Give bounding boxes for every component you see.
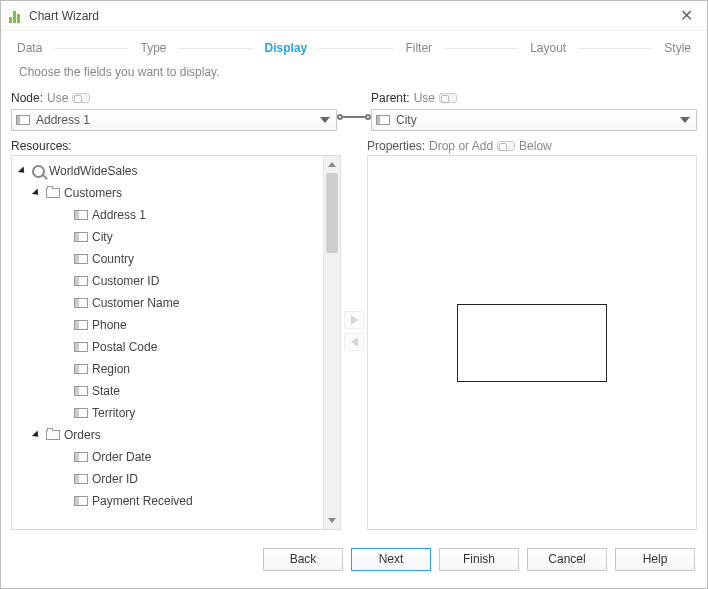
- tree-group[interactable]: Orders: [12, 424, 323, 446]
- tree-group[interactable]: Customers: [12, 182, 323, 204]
- dialog-title: Chart Wizard: [29, 9, 99, 23]
- tree-field[interactable]: Payment Received: [12, 490, 323, 512]
- drop-slot[interactable]: [457, 304, 607, 382]
- tree-field[interactable]: State: [12, 380, 323, 402]
- field-icon: [74, 232, 88, 242]
- tree-item-label: Order Date: [92, 450, 151, 464]
- scroll-down-icon[interactable]: [324, 512, 340, 529]
- field-icon: [74, 276, 88, 286]
- tree-item-label: Postal Code: [92, 340, 157, 354]
- tree-item-label: Country: [92, 252, 134, 266]
- scrollbar[interactable]: [323, 156, 340, 529]
- tree-item-label: Payment Received: [92, 494, 193, 508]
- tree-field[interactable]: Territory: [12, 402, 323, 424]
- properties-column: Properties: Drop or Add Below: [367, 131, 697, 530]
- field-icon: [74, 320, 88, 330]
- field-icon: [74, 474, 88, 484]
- chevron-down-icon: [680, 117, 690, 123]
- resources-column: Resources: WorldWideSalesCustomersAddres…: [11, 131, 341, 530]
- step-display[interactable]: Display: [263, 41, 310, 55]
- dialog-footer: Back Next Finish Cancel Help: [1, 540, 707, 588]
- step-separator: [54, 48, 128, 49]
- tree-field[interactable]: Order ID: [12, 468, 323, 490]
- remove-field-button[interactable]: [344, 333, 364, 351]
- chevron-icon: [31, 188, 40, 197]
- node-use-toggle[interactable]: [72, 93, 90, 103]
- tree-item-label: Customer ID: [92, 274, 159, 288]
- node-value: Address 1: [36, 113, 90, 127]
- transfer-buttons: [341, 131, 367, 530]
- tree-field[interactable]: Order Date: [12, 446, 323, 468]
- field-icon: [74, 408, 88, 418]
- tree-item-label: Order ID: [92, 472, 138, 486]
- add-field-button[interactable]: [344, 311, 364, 329]
- scroll-thumb[interactable]: [326, 173, 338, 253]
- field-icon: [74, 452, 88, 462]
- properties-below-toggle[interactable]: [497, 141, 515, 151]
- tree-field[interactable]: Region: [12, 358, 323, 380]
- node-field-dropdown[interactable]: Address 1: [11, 109, 337, 131]
- tree-item-label: Orders: [64, 428, 101, 442]
- step-hint: Choose the fields you want to display.: [1, 65, 707, 91]
- field-icon: [74, 342, 88, 352]
- node-use-label: Use: [47, 91, 68, 105]
- link-connector: [337, 91, 371, 120]
- tree-field[interactable]: Phone: [12, 314, 323, 336]
- finish-button[interactable]: Finish: [439, 548, 519, 571]
- step-style[interactable]: Style: [662, 41, 693, 55]
- scroll-up-icon[interactable]: [324, 156, 340, 173]
- tree-item-label: State: [92, 384, 120, 398]
- parent-field-dropdown[interactable]: City: [371, 109, 697, 131]
- tree-item-label: Region: [92, 362, 130, 376]
- field-icon: [74, 210, 88, 220]
- app-icon: [9, 9, 23, 23]
- cancel-button[interactable]: Cancel: [527, 548, 607, 571]
- tree-item-label: City: [92, 230, 113, 244]
- folder-icon: [46, 188, 60, 198]
- properties-dropzone[interactable]: [367, 155, 697, 530]
- tree-item-label: Address 1: [92, 208, 146, 222]
- properties-below-label: Below: [519, 139, 552, 153]
- resources-label: Resources:: [11, 139, 341, 153]
- back-button[interactable]: Back: [263, 548, 343, 571]
- tree-item-label: Territory: [92, 406, 135, 420]
- close-icon[interactable]: ✕: [674, 2, 699, 29]
- tree-field[interactable]: Customer ID: [12, 270, 323, 292]
- help-button[interactable]: Help: [615, 548, 695, 571]
- next-button[interactable]: Next: [351, 548, 431, 571]
- field-icon: [16, 115, 30, 125]
- wizard-step-bar: Data Type Display Filter Layout Style: [1, 31, 707, 65]
- tree-root[interactable]: WorldWideSales: [12, 160, 323, 182]
- step-data[interactable]: Data: [15, 41, 44, 55]
- step-separator: [319, 48, 393, 49]
- tree-field[interactable]: City: [12, 226, 323, 248]
- tree-item-label: Customers: [64, 186, 122, 200]
- field-icon: [74, 364, 88, 374]
- tree-item-label: WorldWideSales: [49, 164, 137, 178]
- dialog-window: Chart Wizard ✕ Data Type Display Filter …: [0, 0, 708, 589]
- properties-drop-label: Drop or Add: [429, 139, 493, 153]
- step-layout[interactable]: Layout: [528, 41, 568, 55]
- main-area: Resources: WorldWideSalesCustomersAddres…: [1, 131, 707, 540]
- tree-field[interactable]: Postal Code: [12, 336, 323, 358]
- tree-field[interactable]: Address 1: [12, 204, 323, 226]
- step-separator: [444, 48, 518, 49]
- parent-use-toggle[interactable]: [439, 93, 457, 103]
- tree-field[interactable]: Country: [12, 248, 323, 270]
- step-separator: [178, 48, 252, 49]
- tree-field[interactable]: Customer Name: [12, 292, 323, 314]
- step-separator: [578, 48, 652, 49]
- properties-label: Properties:: [367, 139, 425, 153]
- step-type[interactable]: Type: [138, 41, 168, 55]
- field-icon: [74, 254, 88, 264]
- field-icon: [74, 496, 88, 506]
- title-bar: Chart Wizard ✕: [1, 1, 707, 31]
- parent-label: Parent:: [371, 91, 410, 105]
- tree-item-label: Customer Name: [92, 296, 179, 310]
- chevron-down-icon: [320, 117, 330, 123]
- resources-tree: WorldWideSalesCustomersAddress 1CityCoun…: [11, 155, 341, 530]
- step-filter[interactable]: Filter: [403, 41, 434, 55]
- selector-row: Node: Use Address 1 Parent: Use: [1, 91, 707, 131]
- field-icon: [74, 386, 88, 396]
- chevron-icon: [31, 430, 40, 439]
